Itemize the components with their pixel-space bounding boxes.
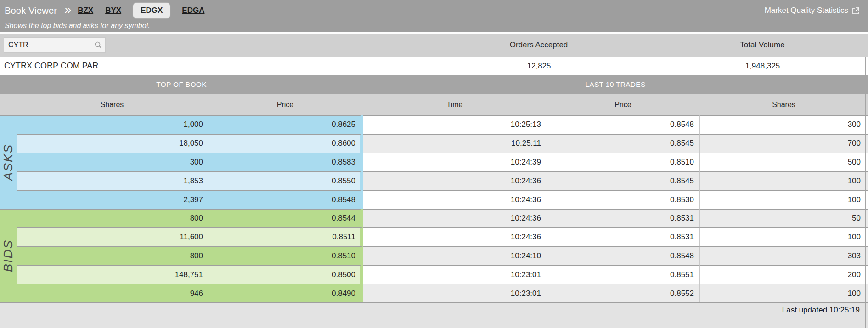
bid-shares: 946 xyxy=(17,284,208,302)
ask-price: 0.8600 xyxy=(208,134,363,153)
trade-time-header: Time xyxy=(363,94,547,115)
book-shares-header: Shares xyxy=(17,94,208,115)
trade-time: 10:24:39 xyxy=(363,153,547,171)
book-and-trades-table: ASKS BIDS 1,000 0.8625 18,050 0.8600 300… xyxy=(0,115,868,302)
trade-time: 10:24:36 xyxy=(363,227,547,246)
trade-shares: 700 xyxy=(699,134,868,153)
symbol-search xyxy=(4,37,106,53)
ask-shares: 300 xyxy=(17,153,208,171)
bids-label-text: BIDS xyxy=(1,239,16,272)
bid-price: 0.8544 xyxy=(208,209,363,227)
trade-shares: 100 xyxy=(699,190,868,209)
trade-price: 0.8531 xyxy=(547,209,699,227)
trade-price: 0.8552 xyxy=(547,284,699,302)
trade-price-header: Price xyxy=(547,94,699,115)
trade-shares: 200 xyxy=(699,265,868,284)
section-bar: TOP OF BOOK LAST 10 TRADES xyxy=(0,75,868,94)
bid-shares: 800 xyxy=(17,209,208,227)
bid-price: 0.8490 xyxy=(208,284,363,302)
external-link-icon xyxy=(852,7,860,15)
trade-shares: 100 xyxy=(699,284,868,302)
security-name: CYTRX CORP COM PAR xyxy=(0,57,421,75)
summary-row: CYTRX CORP COM PAR 12,825 1,948,325 xyxy=(0,57,868,75)
market-quality-statistics-link[interactable]: Market Quality Statistics xyxy=(765,6,860,15)
asks-label-text: ASKS xyxy=(1,144,16,181)
bid-shares: 800 xyxy=(17,246,208,265)
trade-price: 0.8545 xyxy=(547,171,699,190)
trade-time: 10:24:10 xyxy=(363,246,547,265)
tab-byx[interactable]: BYX xyxy=(105,6,121,15)
trade-shares: 300 xyxy=(699,115,868,134)
trade-time: 10:25:11 xyxy=(363,134,547,153)
trade-shares-header: Shares xyxy=(699,94,868,115)
trade-time: 10:23:01 xyxy=(363,265,547,284)
trade-time: 10:25:13 xyxy=(363,115,547,134)
orders-accepted-value: 12,825 xyxy=(421,57,657,75)
trade-time: 10:23:01 xyxy=(363,284,547,302)
bid-price: 0.8510 xyxy=(208,246,363,265)
table-right-border xyxy=(865,57,866,328)
trade-time: 10:24:36 xyxy=(363,171,547,190)
last-10-trades-section-title: LAST 10 TRADES xyxy=(363,75,868,94)
status-bar: Last updated 10:25:19 xyxy=(0,302,868,328)
trade-time: 10:24:36 xyxy=(363,209,547,227)
chevron-right-icon: » xyxy=(64,4,71,18)
bid-price: 0.8511 xyxy=(208,227,363,246)
ask-price: 0.8548 xyxy=(208,190,363,209)
symbol-search-input[interactable] xyxy=(4,37,106,53)
ask-price: 0.8550 xyxy=(208,171,363,190)
book-price-header: Price xyxy=(208,94,363,115)
tab-edga[interactable]: EDGA xyxy=(182,6,204,15)
trade-price: 0.8530 xyxy=(547,190,699,209)
page-subtitle: Shows the top bids and asks for any symb… xyxy=(5,22,860,30)
page-title: Book Viewer xyxy=(5,6,57,16)
total-volume-label: Total Volume xyxy=(657,40,868,50)
trade-price: 0.8531 xyxy=(547,227,699,246)
orders-accepted-label: Orders Accepted xyxy=(421,40,657,50)
trade-shares: 50 xyxy=(699,209,868,227)
book-viewer-app: Book Viewer » BZX BYX EDGX EDGA Market Q… xyxy=(0,0,868,335)
ask-price: 0.8625 xyxy=(208,115,363,134)
bid-shares: 11,600 xyxy=(17,227,208,246)
column-header-row: Shares Price Time Price Shares xyxy=(0,94,868,115)
trade-price: 0.8551 xyxy=(547,265,699,284)
trade-shares: 100 xyxy=(699,227,868,246)
search-icon[interactable] xyxy=(94,41,102,49)
header: Book Viewer » BZX BYX EDGX EDGA Market Q… xyxy=(0,0,868,32)
trade-shares: 100 xyxy=(699,171,868,190)
trade-shares: 303 xyxy=(699,246,868,265)
ask-shares: 2,397 xyxy=(17,190,208,209)
asks-section-label: ASKS xyxy=(0,115,17,209)
ask-shares: 1,000 xyxy=(17,115,208,134)
market-quality-statistics-label: Market Quality Statistics xyxy=(765,6,848,15)
tab-bzx[interactable]: BZX xyxy=(78,6,93,15)
bid-price: 0.8500 xyxy=(208,265,363,284)
ask-shares: 1,853 xyxy=(17,171,208,190)
tab-edgx-active[interactable]: EDGX xyxy=(133,3,170,18)
trade-price: 0.8548 xyxy=(547,115,699,134)
trade-time: 10:24:36 xyxy=(363,190,547,209)
ask-shares: 18,050 xyxy=(17,134,208,153)
trade-price: 0.8548 xyxy=(547,246,699,265)
total-volume-value: 1,948,325 xyxy=(657,57,868,75)
bid-shares: 148,751 xyxy=(17,265,208,284)
trade-shares: 500 xyxy=(699,153,868,171)
bids-section-label: BIDS xyxy=(0,209,17,302)
trade-price: 0.8510 xyxy=(547,153,699,171)
last-updated-text: Last updated 10:25:19 xyxy=(782,306,860,314)
top-of-book-section-title: TOP OF BOOK xyxy=(0,75,363,94)
toolbar: Orders Accepted Total Volume xyxy=(0,34,868,57)
trade-price: 0.8545 xyxy=(547,134,699,153)
ask-price: 0.8583 xyxy=(208,153,363,171)
side-label-column-header xyxy=(0,94,17,115)
